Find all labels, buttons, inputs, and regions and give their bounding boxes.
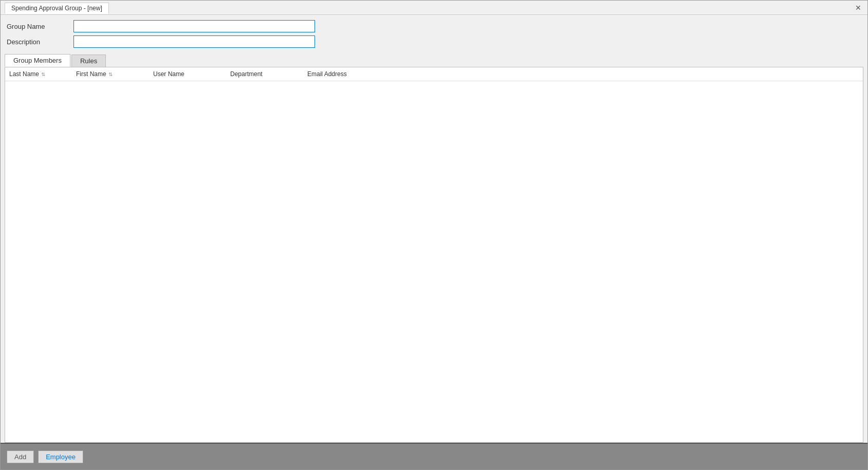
group-name-row: Group Name bbox=[7, 20, 861, 32]
sort-icon-first-name[interactable]: ⇅ bbox=[108, 71, 113, 77]
tabs-bar: Group Members Rules bbox=[1, 54, 867, 67]
content-area: Last Name ⇅ First Name ⇅ User Name Depar… bbox=[5, 67, 863, 443]
col-email-label: Email Address bbox=[307, 70, 347, 78]
footer: Add Employee bbox=[1, 443, 867, 469]
col-user-name-label: User Name bbox=[153, 70, 184, 78]
col-department-label: Department bbox=[230, 70, 263, 78]
col-last-name-label: Last Name bbox=[9, 70, 39, 78]
col-header-user-name: User Name bbox=[149, 70, 226, 78]
group-name-label: Group Name bbox=[7, 23, 73, 30]
col-first-name-label: First Name bbox=[76, 70, 106, 78]
tab-rules-label: Rules bbox=[80, 57, 97, 65]
col-header-last-name: Last Name ⇅ bbox=[5, 70, 72, 78]
sort-icon-last-name[interactable]: ⇅ bbox=[41, 71, 45, 77]
window-title: Spending Approval Group - [new] bbox=[11, 5, 102, 12]
table-body bbox=[5, 81, 863, 442]
group-name-input[interactable] bbox=[73, 20, 315, 32]
description-label: Description bbox=[7, 38, 73, 46]
table-header: Last Name ⇅ First Name ⇅ User Name Depar… bbox=[5, 67, 863, 81]
close-button[interactable]: ✕ bbox=[853, 3, 863, 13]
col-header-email-address: Email Address bbox=[303, 70, 406, 78]
employee-button[interactable]: Employee bbox=[38, 450, 83, 463]
title-tab: Spending Approval Group - [new] bbox=[5, 3, 109, 14]
description-row: Description bbox=[7, 35, 861, 48]
form-area: Group Name Description bbox=[1, 15, 867, 54]
main-window: Spending Approval Group - [new] ✕ Group … bbox=[0, 0, 868, 470]
tab-group-members-label: Group Members bbox=[13, 57, 62, 64]
description-input[interactable] bbox=[73, 35, 315, 48]
col-header-first-name: First Name ⇅ bbox=[72, 70, 149, 78]
title-bar: Spending Approval Group - [new] ✕ bbox=[1, 1, 867, 15]
tab-rules[interactable]: Rules bbox=[71, 55, 106, 67]
col-header-department: Department bbox=[226, 70, 303, 78]
tab-group-members[interactable]: Group Members bbox=[5, 54, 70, 67]
add-button[interactable]: Add bbox=[7, 450, 34, 463]
